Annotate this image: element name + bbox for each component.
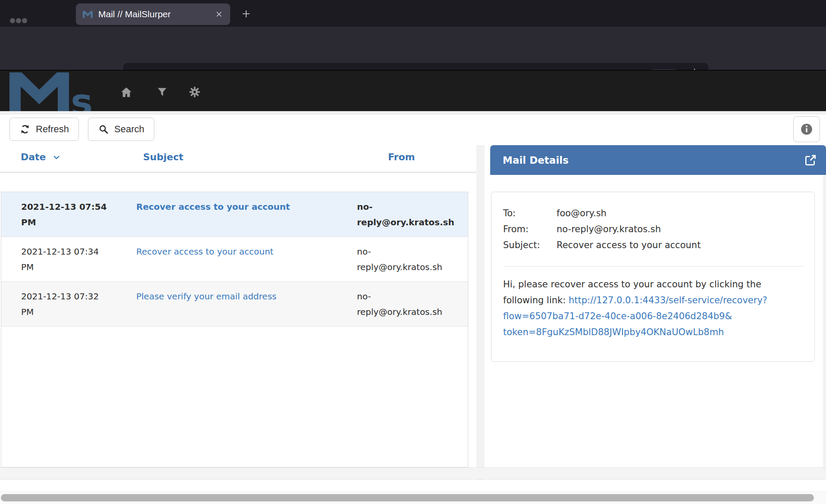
browser-navigation-toolbar: 127.0.0.1:4436/# 90% xyxy=(0,27,826,70)
mail-list: 2021-12-13 07:54 PM Recover access to yo… xyxy=(1,192,468,467)
mail-list-row[interactable]: 2021-12-13 07:32 PM Please verify your e… xyxy=(1,282,468,327)
mail-from: no-reply@ory.kratos.sh xyxy=(357,289,468,320)
mail-body: Hi, please recover access to your accoun… xyxy=(503,277,803,340)
to-value: foo@ory.sh xyxy=(557,205,803,221)
mail-date: 2021-12-13 07:34 PM xyxy=(21,244,136,275)
window-zoom-button[interactable] xyxy=(22,18,27,23)
refresh-button[interactable]: Refresh xyxy=(9,118,79,141)
mail-details-card: To: foo@ory.sh From: no-reply@ory.kratos… xyxy=(491,192,815,362)
mail-subject-link[interactable]: Please verify your email address xyxy=(136,291,276,302)
header-underline xyxy=(0,172,476,173)
search-button-label: Search xyxy=(114,124,144,135)
mail-list-row[interactable]: 2021-12-13 07:54 PM Recover access to yo… xyxy=(1,192,468,237)
from-value: no-reply@ory.kratos.sh xyxy=(557,221,803,237)
info-button[interactable] xyxy=(793,116,820,142)
mailslurper-navbar: s xyxy=(0,70,826,111)
column-header-subject[interactable]: Subject xyxy=(143,152,183,162)
refresh-button-label: Refresh xyxy=(36,124,69,135)
horizontal-scrollbar[interactable] xyxy=(0,492,826,504)
panel-gutter xyxy=(476,145,485,480)
details-divider xyxy=(503,266,803,267)
subject-value: Recover access to your account xyxy=(557,237,803,253)
mail-subject-link[interactable]: Recover access to your account xyxy=(136,246,273,257)
browser-tab[interactable]: Mail // MailSlurper xyxy=(76,3,230,25)
refresh-icon xyxy=(19,124,31,135)
to-label: To: xyxy=(503,205,557,221)
mailslurper-logo: s xyxy=(9,72,100,111)
open-in-new-window-icon[interactable] xyxy=(804,153,817,167)
browser-tab-bar: Mail // MailSlurper xyxy=(0,0,826,27)
right-edge-gutter xyxy=(823,145,826,467)
from-label: From: xyxy=(503,221,557,237)
info-icon xyxy=(800,122,813,136)
mail-from: no-reply@ory.kratos.sh xyxy=(357,244,468,275)
horizontal-scrollbar-thumb[interactable] xyxy=(1,494,814,501)
mail-details-title: Mail Details xyxy=(503,155,569,166)
svg-text:s: s xyxy=(71,81,93,111)
window-close-button[interactable] xyxy=(10,18,15,23)
settings-gear-icon[interactable] xyxy=(188,86,201,99)
tab-title: Mail // MailSlurper xyxy=(98,9,171,19)
mail-date: 2021-12-13 07:54 PM xyxy=(21,199,136,230)
mail-list-row[interactable]: 2021-12-13 07:34 PM Recover access to yo… xyxy=(1,237,468,282)
bottom-gray-strip xyxy=(0,467,826,479)
sort-descending-icon xyxy=(52,154,61,162)
window-minimize-button[interactable] xyxy=(16,18,21,23)
navbar-shadow xyxy=(0,111,826,115)
column-header-date[interactable]: Date xyxy=(21,152,61,162)
filter-icon[interactable] xyxy=(156,86,169,99)
mail-details-header: Mail Details xyxy=(490,145,826,175)
new-tab-icon[interactable] xyxy=(241,8,252,19)
home-icon[interactable] xyxy=(120,86,133,99)
mailslurper-favicon xyxy=(83,11,93,18)
search-icon xyxy=(98,124,109,135)
mail-from: no-reply@ory.kratos.sh xyxy=(357,199,469,230)
subject-label: Subject: xyxy=(503,237,557,253)
mailslurper-page: Refresh Search Date Subject From 2021-12… xyxy=(0,111,826,504)
search-button[interactable]: Search xyxy=(88,118,154,141)
mail-subject-link[interactable]: Recover access to your account xyxy=(136,202,290,212)
column-header-from[interactable]: From xyxy=(388,152,415,162)
tab-close-icon[interactable] xyxy=(215,10,223,19)
bottom-white-strip xyxy=(0,480,826,492)
mail-date: 2021-12-13 07:32 PM xyxy=(21,289,136,320)
